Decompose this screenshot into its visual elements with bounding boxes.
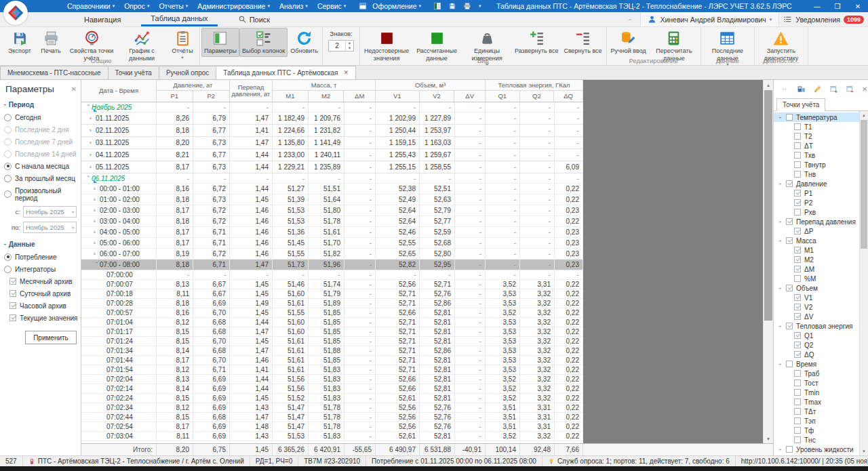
row-value-cell[interactable]: 52,71 (376, 346, 420, 355)
row-value-cell[interactable]: - (455, 384, 486, 393)
column-header[interactable]: P2 (193, 91, 230, 102)
row-value-cell[interactable]: 51,85 (309, 337, 344, 346)
row-value-cell[interactable]: 6,69 (193, 384, 230, 393)
row-value-cell[interactable]: 8,26 (157, 112, 193, 124)
period-option[interactable]: Сегодня (0, 111, 81, 123)
row-value-cell[interactable]: 52,81 (420, 394, 455, 403)
table-row[interactable]: 07:02:248,156,691,4551,5251,83-52,6152,8… (81, 394, 583, 403)
period-option[interactable]: Последние 7 дней (0, 136, 81, 148)
row-value-cell[interactable]: - (193, 102, 230, 112)
row-value-cell[interactable]: 51,60 (273, 318, 309, 327)
row-value-cell[interactable]: 52,71 (376, 327, 420, 336)
tree-item[interactable]: ›Объем (774, 283, 859, 293)
row-value-cell[interactable]: 1 163,03 (420, 137, 455, 148)
row-value-cell[interactable]: - (486, 205, 520, 216)
checkbox-icon[interactable] (794, 190, 801, 197)
row-value-cell[interactable]: 0,23 (555, 227, 583, 237)
row-value-cell[interactable]: - (344, 260, 376, 270)
row-value-cell[interactable]: 8,18 (157, 299, 193, 308)
checkbox-icon[interactable] (786, 446, 793, 453)
menu-Оформление[interactable]: Оформление▾ (351, 2, 426, 11)
row-value-cell[interactable]: - (344, 327, 376, 336)
row-value-cell[interactable]: 8,16 (157, 308, 193, 317)
row-date-cell[interactable]: ›07:00 - 08:00 (81, 260, 157, 270)
row-value-cell[interactable]: - (420, 102, 455, 112)
user-menu[interactable]: Хиневич Андрей Владимирович ▾ (640, 12, 779, 26)
row-value-cell[interactable]: - (344, 194, 376, 205)
table-row[interactable]: 07:00:078,136,671,4551,4651,74-52,5652,7… (81, 280, 583, 289)
row-value-cell[interactable]: 1 141,49 (309, 137, 344, 148)
row-value-cell[interactable]: 52,63 (420, 194, 455, 205)
row-value-cell[interactable]: 3,53 (486, 346, 520, 355)
row-value-cell[interactable]: - (555, 137, 583, 148)
minimize-button[interactable]: — (807, 0, 827, 12)
row-value-cell[interactable]: 51,52 (273, 394, 309, 403)
row-value-cell[interactable]: 6,73 (193, 137, 230, 148)
scroll-down-icon[interactable]: ▼ (764, 434, 773, 443)
tree-item[interactable]: Tmin (774, 388, 859, 397)
row-value-cell[interactable]: 52,56 (376, 422, 420, 431)
column-header[interactable]: ΔV (454, 91, 485, 102)
row-value-cell[interactable]: 1,44 (230, 161, 273, 173)
ribbon-button[interactable]: Обновить (288, 28, 321, 57)
tree-item[interactable]: P2 (774, 198, 859, 207)
checkbox-icon[interactable] (786, 323, 793, 329)
row-value-cell[interactable]: 8,17 (157, 205, 193, 216)
tree-item[interactable]: V2 (774, 302, 859, 312)
chevron-right-icon[interactable]: › (94, 207, 100, 213)
table-row[interactable]: ›01:00 - 02:008,186,731,4551,3951,64-52,… (81, 194, 583, 205)
table-row[interactable]: 07:00:00------------ (81, 270, 583, 280)
row-value-cell[interactable]: 1,43 (230, 403, 273, 412)
row-value-cell[interactable]: 3,53 (486, 289, 520, 298)
row-date-cell[interactable]: 07:01:44 (81, 356, 157, 365)
notifications-button[interactable]: Уведомления 1099 (779, 12, 868, 26)
row-value-cell[interactable]: - (520, 194, 555, 205)
row-value-cell[interactable]: 6,72 (193, 249, 230, 259)
row-value-cell[interactable]: 6,73 (193, 161, 230, 173)
row-value-cell[interactable]: 51,78 (309, 216, 344, 226)
row-value-cell[interactable]: 51,80 (309, 205, 344, 216)
table-row[interactable]: ›01.11.20258,266,791,471 182,491 209,76-… (81, 112, 583, 125)
row-value-cell[interactable]: 52,61 (376, 432, 420, 441)
row-value-cell[interactable]: 6,72 (193, 216, 230, 226)
row-value-cell[interactable]: - (555, 149, 583, 161)
row-date-cell[interactable]: ›Ноябрь 2025 (81, 102, 157, 112)
table-row[interactable]: 07:02:448,156,681,4751,4751,78-52,5652,7… (81, 413, 583, 422)
table-row[interactable]: ›02:00 - 03:008,176,721,4651,5351,80-52,… (81, 205, 583, 216)
row-value-cell[interactable]: - (230, 270, 273, 279)
row-value-cell[interactable]: - (344, 125, 376, 136)
row-value-cell[interactable]: 8,16 (157, 184, 193, 194)
save-view-icon[interactable] (797, 85, 806, 94)
row-value-cell[interactable]: 1,41 (230, 365, 273, 374)
row-value-cell[interactable]: 52,66 (376, 375, 420, 384)
row-value-cell[interactable]: - (157, 173, 193, 183)
row-value-cell[interactable]: 1 253,97 (420, 125, 455, 136)
row-value-cell[interactable]: - (455, 112, 486, 124)
row-value-cell[interactable]: 6,77 (193, 125, 230, 136)
row-value-cell[interactable]: - (486, 112, 520, 124)
row-value-cell[interactable]: 3,52 (486, 375, 520, 384)
row-value-cell[interactable]: - (455, 125, 486, 136)
row-value-cell[interactable]: 52,55 (376, 238, 420, 248)
row-value-cell[interactable]: 52,76 (420, 422, 455, 431)
row-value-cell[interactable]: - (520, 216, 555, 226)
tree-item[interactable]: ›Температура (774, 112, 859, 122)
checkbox-icon[interactable] (794, 313, 801, 320)
row-value-cell[interactable]: - (344, 318, 376, 327)
chevron-right-icon[interactable]: › (90, 164, 96, 170)
row-value-cell[interactable]: - (230, 102, 273, 112)
row-value-cell[interactable]: 51,53 (273, 216, 309, 226)
period-option[interactable]: За прошлый месяц (0, 172, 81, 184)
row-value-cell[interactable]: 0,22 (555, 216, 583, 226)
row-value-cell[interactable]: 52,59 (420, 227, 455, 237)
row-value-cell[interactable]: 52,82 (376, 260, 420, 270)
table-row[interactable]: ›04.11.20258,216,771,441 233,001 240,11-… (81, 149, 583, 161)
row-value-cell[interactable]: 51,83 (309, 375, 344, 384)
row-value-cell[interactable]: 51,55 (273, 249, 309, 259)
row-value-cell[interactable]: 52,71 (376, 365, 420, 374)
row-value-cell[interactable]: - (486, 173, 520, 183)
row-value-cell[interactable]: - (455, 318, 486, 327)
row-value-cell[interactable]: 52,66 (376, 308, 420, 317)
tree-item[interactable]: ›Время (774, 359, 859, 369)
tree-item[interactable]: М2 (774, 255, 859, 264)
